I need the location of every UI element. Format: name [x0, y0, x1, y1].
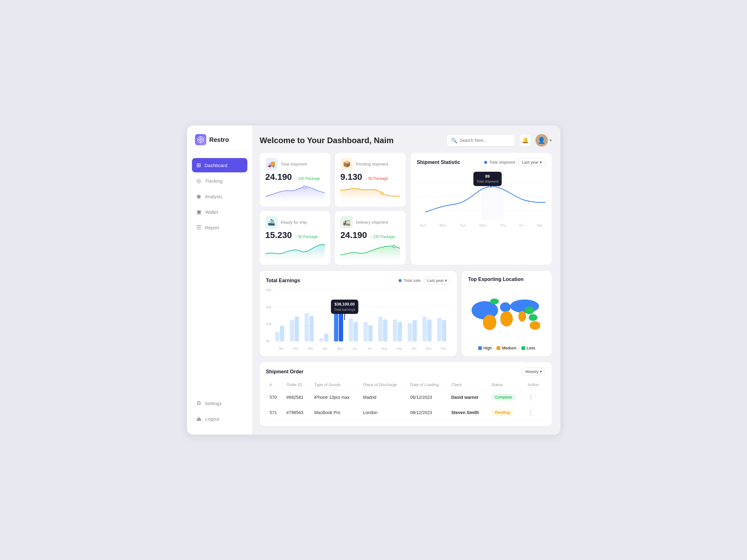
row-order-id: #692581: [283, 390, 310, 405]
row-order-id: #798563: [283, 405, 310, 420]
svg-rect-17: [290, 320, 294, 341]
col-date: Date of Loading: [407, 380, 448, 390]
earnings-card: Total Earnings Total sale Last year ▾: [260, 271, 457, 356]
earnings-title: Total Earnings: [266, 278, 300, 283]
action-menu-icon[interactable]: ⋮: [527, 394, 534, 401]
sidebar-label-analysis: Analysis: [205, 194, 223, 199]
svg-rect-19: [305, 313, 309, 341]
logo-icon: [195, 134, 206, 145]
chevron-down-icon: ▾: [550, 138, 551, 143]
svg-point-40: [483, 314, 496, 330]
app-container: Restro ⊞ Dashboard ◎ Tracking ◉ Analysis…: [187, 125, 560, 435]
notification-button[interactable]: 🔔: [519, 134, 531, 146]
sidebar-label-report: Report: [205, 225, 219, 230]
delivery-ship-chart: [340, 242, 400, 260]
earnings-chart: 60k 40k 20k 0k $38,100.00: [266, 288, 451, 350]
logo-text: Restro: [209, 136, 229, 144]
svg-rect-35: [422, 317, 427, 341]
shipment-tooltip: 89 Total shipment: [473, 172, 501, 186]
sidebar-item-settings[interactable]: ⚙ Settings: [192, 396, 247, 410]
stat-card-delivery-shipment: 🚛 Delivery shipment 24.190 ↑ 130 Package: [335, 211, 406, 265]
search-box[interactable]: 🔍: [446, 135, 515, 146]
svg-point-46: [530, 321, 540, 330]
legend-less-dot: [521, 346, 525, 350]
delivery-ship-value: 24.190: [340, 230, 367, 240]
row-client: David warner: [447, 390, 487, 405]
svg-rect-25: [349, 318, 353, 341]
shipment-order-section: Shipment Order Weekly ▾ # Order ID Type …: [260, 362, 551, 426]
search-input[interactable]: [460, 138, 510, 143]
shipment-filter-dropdown[interactable]: Last year ▾: [518, 158, 545, 166]
status-badge-complete: Complete: [491, 394, 516, 401]
sidebar-item-analysis[interactable]: ◉ Analysis: [192, 189, 247, 203]
status-badge-pending: Pending: [491, 409, 513, 416]
x-label-sun: Sun: [420, 223, 426, 227]
earnings-legend: Total sale: [398, 278, 421, 283]
stats-row: 🚚 Total shipment 24.190 ↑ 100 Package: [260, 153, 551, 265]
x-label-thu: Thu: [500, 223, 506, 227]
sidebar-label-wallet: Wallet: [205, 209, 218, 215]
earnings-tooltip: $38,100.00 Total earnings: [331, 300, 358, 314]
svg-rect-34: [413, 320, 417, 341]
legend-medium: Medium: [496, 346, 516, 350]
table-filter-dropdown[interactable]: Weekly ▾: [522, 368, 545, 376]
svg-rect-36: [427, 320, 432, 341]
svg-point-48: [490, 298, 499, 304]
chevron-down-icon3: ▾: [445, 278, 447, 283]
delivery-ship-label: Delivery shipment: [356, 220, 388, 225]
total-shipment-chart: [265, 184, 325, 202]
avatar-button[interactable]: 👤 ▾: [536, 134, 551, 147]
pending-shipment-chart: [340, 184, 400, 202]
legend-less: Less: [521, 346, 535, 350]
row-status: Pending: [488, 405, 524, 420]
sidebar-item-report[interactable]: ☰ Report: [192, 220, 247, 235]
x-label-mon: Mon: [440, 223, 446, 227]
row-action[interactable]: ⋮: [524, 390, 545, 405]
row-action[interactable]: ⋮: [524, 405, 545, 420]
svg-point-44: [518, 311, 526, 322]
svg-rect-16: [280, 326, 284, 341]
svg-rect-26: [354, 322, 358, 341]
report-icon: ☰: [196, 224, 201, 231]
row-num: 571: [266, 405, 283, 420]
bottom-row: Total Earnings Total sale Last year ▾: [260, 271, 551, 356]
svg-rect-33: [408, 323, 412, 341]
col-client: Client: [447, 380, 487, 390]
ready-ship-label: Ready for ship: [281, 220, 307, 225]
sidebar-item-tracking[interactable]: ◎ Tracking: [192, 174, 247, 188]
sidebar-item-dashboard[interactable]: ⊞ Dashboard: [192, 158, 247, 172]
action-menu-icon2[interactable]: ⋮: [527, 409, 534, 416]
col-num: #: [266, 380, 283, 390]
svg-rect-27: [364, 322, 368, 341]
svg-rect-32: [398, 322, 402, 341]
username-text: Naim: [374, 136, 393, 145]
sidebar-item-logout[interactable]: ⏏ Logout: [192, 412, 247, 426]
row-place: London: [359, 405, 407, 420]
chevron-down-icon4: ▾: [540, 369, 542, 374]
earnings-filter-dropdown[interactable]: Last year ▾: [424, 277, 450, 284]
sidebar-bottom: ⚙ Settings ⏏ Logout: [192, 396, 247, 426]
svg-rect-38: [442, 320, 446, 341]
svg-rect-18: [294, 317, 299, 341]
sidebar-item-wallet[interactable]: ▣ Wallet: [192, 205, 247, 219]
stats-cards: 🚚 Total shipment 24.190 ↑ 100 Package: [260, 153, 406, 265]
arrow-down-icon: ↓: [365, 176, 367, 181]
shipment-chart-legend: Total shipment: [484, 160, 515, 164]
shipment-chart-title: Shipment Statistic: [417, 160, 460, 165]
arrow-up-icon3: ↑: [370, 235, 372, 239]
total-shipment-value: 24.190: [265, 172, 292, 182]
pending-shipment-change: ↓ 50 Package: [365, 176, 388, 181]
settings-icon: ⚙: [196, 400, 201, 407]
legend-medium-dot: [496, 346, 500, 350]
row-date: 08/12/2023: [407, 405, 448, 420]
logout-icon: ⏏: [196, 415, 202, 422]
svg-rect-20: [310, 316, 314, 341]
col-action: Action: [524, 380, 545, 390]
row-goods: iPhone 13pro max: [310, 390, 359, 405]
svg-point-5: [381, 192, 383, 195]
svg-point-42: [500, 311, 513, 327]
row-client: Steven Smith: [447, 405, 487, 420]
row-status: Complete: [488, 390, 524, 405]
chevron-down-icon2: ▾: [540, 160, 542, 164]
total-shipment-icon: 🚚: [265, 158, 278, 170]
